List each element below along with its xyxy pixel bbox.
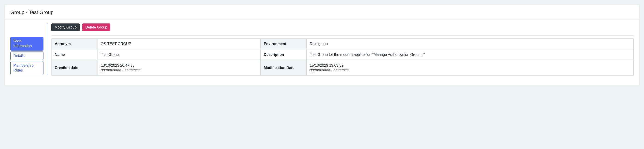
delete-group-button[interactable]: Delete Group <box>82 24 110 31</box>
tab-membership-rules[interactable]: Membership Rules <box>10 61 44 75</box>
table-row: Acronym OS-TEST-GROUP Environment Role g… <box>52 39 634 50</box>
value-name: Test Group <box>98 50 260 60</box>
modification-date-format: gg/mm/aaaa - hh:mm:ss <box>310 68 630 72</box>
side-nav: Base Information Details Membership Rule… <box>10 24 47 75</box>
nav-list: Base Information Details Membership Rule… <box>10 37 44 75</box>
label-modification-date: Modification Date <box>260 60 306 76</box>
nav-item-label: Base Information <box>13 39 32 48</box>
value-acronym: OS-TEST-GROUP <box>98 39 260 50</box>
label-name: Name <box>52 50 98 60</box>
value-creation-date: 13/10/2023 20:47:33 gg/mm/aaaa - hh:mm:s… <box>98 60 260 76</box>
value-description: Test Group for the modern application "M… <box>306 50 634 60</box>
creation-date-format: gg/mm/aaaa - hh:mm:ss <box>101 68 257 72</box>
label-creation-date: Creation date <box>52 60 98 76</box>
label-description: Description <box>260 50 306 60</box>
modification-date-text: 15/10/2023 13:03:32 <box>310 64 344 67</box>
divider <box>51 36 634 36</box>
nav-item-label: Details <box>13 54 24 58</box>
page-title: Group - Test Group <box>10 10 634 16</box>
modify-group-button[interactable]: Modify Group <box>51 24 80 31</box>
card-body: Base Information Details Membership Rule… <box>5 20 639 85</box>
creation-date-text: 13/10/2023 20:47:33 <box>101 64 134 67</box>
value-modification-date: 15/10/2023 13:03:32 gg/mm/aaaa - hh:mm:s… <box>306 60 634 76</box>
card-header: Group - Test Group <box>5 5 639 20</box>
table-row: Creation date 13/10/2023 20:47:33 gg/mm/… <box>52 60 634 76</box>
main-panel: Modify Group Delete Group Acronym OS-TES… <box>51 24 634 76</box>
table-row: Name Test Group Description Test Group f… <box>52 50 634 60</box>
tab-base-information[interactable]: Base Information <box>10 37 44 50</box>
group-card: Group - Test Group Base Information Deta… <box>4 4 640 85</box>
action-row: Modify Group Delete Group <box>51 24 634 36</box>
nav-item-label: Membership Rules <box>13 64 34 72</box>
value-environment: Role group <box>306 39 634 50</box>
info-table: Acronym OS-TEST-GROUP Environment Role g… <box>51 38 634 76</box>
label-environment: Environment <box>260 39 306 50</box>
label-acronym: Acronym <box>52 39 98 50</box>
tab-details[interactable]: Details <box>10 52 44 60</box>
